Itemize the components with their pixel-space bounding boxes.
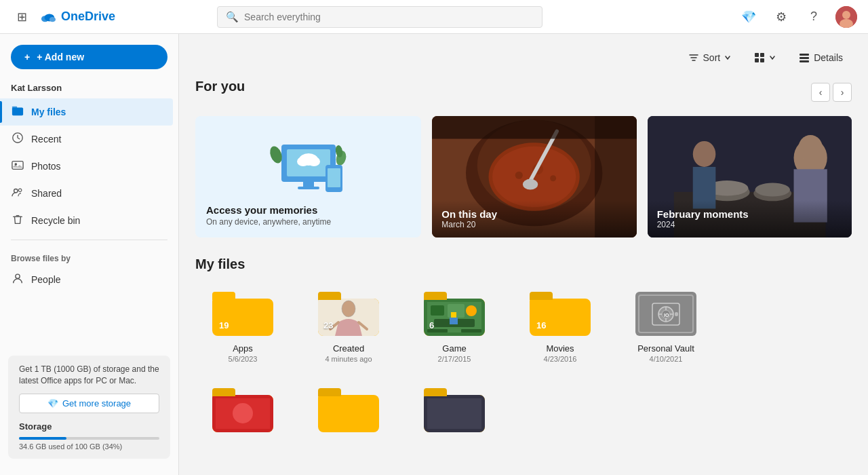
svg-rect-14 — [755, 53, 759, 57]
sidebar-item-shared-label: Shared — [31, 188, 62, 199]
avatar[interactable] — [835, 6, 857, 28]
sidebar-item-recycle-bin[interactable]: Recycle bin — [0, 207, 173, 234]
for-you-card-on-this-day[interactable]: On this day March 20 — [432, 116, 636, 238]
folder-movies[interactable]: 16 Movies 4/23/2016 — [513, 283, 608, 368]
storage-bar-background — [19, 437, 159, 440]
details-button[interactable]: Details — [790, 48, 852, 68]
folder-movies-tab — [530, 292, 553, 300]
sidebar-item-shared[interactable]: Shared — [0, 180, 173, 207]
sort-button[interactable]: Sort — [679, 48, 741, 68]
content-area: Sort Details For you ‹ › — [179, 34, 868, 475]
on-this-day-overlay: On this day March 20 — [432, 200, 636, 238]
details-icon — [799, 52, 810, 63]
search-bar[interactable]: 🔍 — [217, 6, 542, 28]
for-you-nav: ‹ › — [811, 83, 852, 102]
premium-icon[interactable]: 💎 — [738, 6, 760, 28]
svg-rect-68 — [450, 318, 458, 324]
folder-apps-icon-wrap: 19 — [209, 288, 277, 339]
folder-extra2-tab — [318, 388, 341, 396]
sidebar-item-my-files[interactable]: My files — [0, 98, 173, 126]
storage-section: Get 1 TB (1000 GB) of storage and the la… — [8, 356, 170, 459]
folder-game-name: Game — [442, 343, 466, 354]
storage-bar-fill — [19, 437, 66, 440]
sidebar-item-my-files-label: My files — [31, 107, 66, 117]
vault-safe-icon: IO — [651, 302, 681, 326]
view-button[interactable] — [745, 48, 785, 68]
svg-point-11 — [14, 189, 18, 193]
february-title: February moments — [657, 208, 842, 220]
svg-rect-15 — [760, 53, 764, 57]
sort-label: Sort — [703, 52, 721, 63]
for-you-card-february[interactable]: February moments 2024 — [648, 116, 852, 238]
my-files-title: My files — [195, 256, 852, 272]
promo-card-subtitle: On any device, anywhere, anytime — [206, 217, 410, 227]
get-more-storage-button[interactable]: 💎 Get more storage — [19, 394, 159, 413]
svg-rect-26 — [303, 182, 314, 187]
sidebar-user: Kat Larsson — [0, 80, 178, 98]
for-you-card-promo[interactable]: Access your memories On any device, anyw… — [195, 116, 421, 238]
folder-extra3-tab — [424, 388, 447, 396]
folder-game[interactable]: 6 Game 2/17/2015 — [407, 283, 502, 368]
svg-rect-20 — [800, 60, 809, 62]
svg-text:IO: IO — [664, 313, 669, 318]
sidebar-divider — [11, 240, 167, 240]
waffle-icon[interactable]: ⊞ — [11, 6, 33, 28]
svg-rect-32 — [328, 168, 340, 187]
svg-rect-27 — [298, 187, 319, 189]
add-new-button[interactable]: + + Add new — [11, 45, 167, 69]
folder-extra2-body — [318, 395, 379, 432]
folder-extra3-body — [424, 395, 485, 432]
folder-extra2[interactable] — [301, 379, 396, 466]
folder-personal-vault-icon-wrap: IO — [632, 288, 700, 339]
svg-point-12 — [18, 189, 22, 192]
my-files-icon — [11, 104, 24, 119]
view-grid-icon — [754, 52, 765, 63]
shared-icon — [11, 186, 24, 201]
svg-point-38 — [515, 172, 523, 179]
sidebar-item-people[interactable]: People — [0, 266, 173, 293]
browse-files-label: Browse files by — [0, 246, 178, 266]
folder-extra2-icon-wrap — [315, 385, 382, 436]
folder-extra1-icon-wrap — [209, 385, 277, 436]
folder-game-icon-wrap: 6 — [420, 288, 488, 339]
topbar: ⊞ OneDrive 🔍 💎 ⚙ ? — [0, 0, 868, 34]
folder-extra1[interactable] — [195, 379, 290, 466]
onedrive-logo-icon — [41, 10, 56, 24]
svg-point-2 — [50, 17, 56, 22]
storage-promo-text: Get 1 TB (1000 GB) of storage and the la… — [19, 364, 159, 387]
folder-apps-name: Apps — [233, 343, 253, 354]
for-you-prev-button[interactable]: ‹ — [811, 83, 830, 102]
storage-title: Storage — [19, 421, 159, 432]
help-icon[interactable]: ? — [803, 6, 825, 28]
app-title: OneDrive — [61, 10, 115, 24]
folder-created[interactable]: 23 Created 4 minutes ago — [301, 283, 396, 368]
recycle-bin-icon — [11, 213, 24, 228]
content-toolbar: Sort Details — [195, 48, 852, 68]
sort-icon — [688, 52, 699, 63]
storage-usage-label: 34.6 GB used of 100 GB (34%) — [19, 442, 159, 451]
sidebar-item-photos[interactable]: Photos — [0, 153, 173, 180]
folder-apps[interactable]: 19 Apps 5/6/2023 — [195, 283, 290, 368]
settings-icon[interactable]: ⚙ — [770, 6, 792, 28]
for-you-title: For you — [195, 79, 245, 94]
search-input[interactable] — [244, 12, 534, 22]
sidebar-item-photos-label: Photos — [31, 161, 61, 172]
folder-movies-name: Movies — [546, 343, 574, 354]
february-overlay: February moments 2024 — [648, 200, 852, 238]
svg-rect-19 — [800, 57, 809, 59]
folder-extra3[interactable] — [407, 379, 502, 466]
add-new-label: + Add new — [37, 52, 84, 62]
vault-details: IO — [638, 294, 694, 333]
main-layout: + + Add new Kat Larsson My files Recent … — [0, 34, 868, 475]
for-you-cards-row: Access your memories On any device, anyw… — [195, 116, 852, 238]
folder-personal-vault-name: Personal Vault — [637, 343, 694, 354]
folder-extra1-tab — [212, 388, 235, 396]
sidebar-item-recent[interactable]: Recent — [0, 126, 173, 153]
svg-point-42 — [523, 179, 538, 190]
for-you-next-button[interactable]: › — [833, 83, 852, 102]
folder-personal-vault[interactable]: IO Personal Vault 4/10/2021 — [618, 283, 713, 368]
for-you-header-row: For you ‹ › — [195, 79, 852, 105]
for-you-section: For you ‹ › — [195, 79, 852, 238]
folder-movies-count: 16 — [536, 320, 546, 330]
folder-created-name: Created — [333, 343, 364, 354]
